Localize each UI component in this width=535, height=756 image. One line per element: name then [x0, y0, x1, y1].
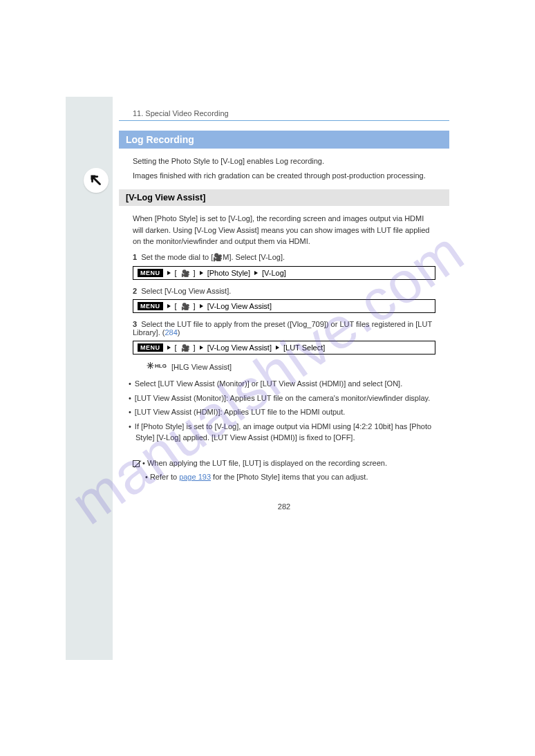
hlg-burst-icon: HLG: [147, 361, 167, 370]
menu-path-1: MENU [🎥] [Photo Style] [V-Log]: [133, 266, 435, 280]
video-icon: 🎥: [181, 303, 189, 310]
note-1-text: When applying the LUT file, [LUT] is dis…: [147, 459, 387, 467]
menu1-seg1: ]: [194, 269, 196, 277]
menu1-seg3: [V-Log]: [262, 269, 286, 277]
step-1-text-a: Set the mode dial to [: [141, 253, 213, 261]
menu-path-3: MENU [🎥] [V-Log View Assist] [LUT Select…: [133, 341, 435, 355]
note-icon: [133, 460, 140, 467]
menu3-seg2: [V-Log View Assist]: [207, 343, 272, 352]
arrow-icon: [200, 346, 203, 350]
menu3-seg1: ]: [194, 343, 196, 352]
menu2-seg1: ]: [194, 302, 196, 310]
arrow-icon: [200, 271, 203, 275]
sub-title: [V-Log View Assist]: [119, 189, 449, 206]
menu-badge-icon: MENU: [138, 343, 163, 352]
arrow-icon: [254, 271, 258, 275]
step-1: 1 Set the mode dial to [🎥M]. Select [V-L…: [119, 253, 449, 263]
note-1: • When applying the LUT file, [LUT] is d…: [119, 457, 449, 469]
note-2-text-a: Refer to: [150, 473, 177, 481]
back-button[interactable]: [84, 168, 109, 193]
note-2: • Refer to page 193 for the [Photo Style…: [119, 471, 449, 483]
page-number: 282: [119, 502, 449, 511]
note-2-text-b: for the [Photo Style] items that you can…: [213, 473, 368, 481]
menu3-seg3: [LUT Select]: [283, 343, 325, 352]
step-2: 2 Select [V-Log View Assist].: [119, 287, 449, 295]
step-3: 3 Select the LUT file to apply from the …: [119, 320, 449, 337]
breadcrumb: 11. Special Video Recording: [119, 109, 449, 117]
page-link-284[interactable]: 284: [165, 328, 177, 337]
arrow-icon: [167, 304, 171, 308]
page-link-193[interactable]: page 193: [179, 473, 211, 481]
hlg-label: [HLG View Assist]: [171, 363, 232, 371]
menu2-seg0: [: [175, 302, 177, 310]
sub-p1: When [Photo Style] is set to [V-Log], th…: [119, 213, 449, 247]
arrow-icon: [200, 304, 203, 308]
page-content: 11. Special Video Recording Log Recordin…: [119, 97, 449, 511]
step-2-text: Select [V-Log View Assist].: [141, 287, 231, 295]
step-3-text-b: ): [178, 328, 180, 337]
menu2-seg2: [V-Log View Assist]: [207, 302, 272, 310]
bullet-3: [LUT View Assist (HDMI)]: Applies LUT fi…: [119, 406, 449, 418]
back-arrow-icon: [88, 173, 104, 188]
menu1-seg2: [Photo Style]: [207, 269, 250, 277]
menu-badge-icon: MENU: [138, 302, 163, 310]
step-1-text-b: ]. Select [V-Log].: [229, 253, 285, 261]
bullet-2: [LUT View Assist (Monitor)]: Applies LUT…: [119, 393, 449, 404]
menu-badge-icon: MENU: [138, 269, 163, 277]
intro-p2: Images finished with rich gradation can …: [119, 170, 449, 182]
bullet-4: If [Photo Style] is set to [V-Log], an i…: [119, 421, 449, 444]
arrow-icon: [167, 271, 171, 275]
arrow-icon: [276, 346, 279, 350]
hlg-row: HLG [HLG View Assist]: [119, 361, 449, 371]
video-icon: 🎥: [181, 344, 189, 352]
bullet-1: Select [LUT View Assist (Monitor)] or [L…: [119, 378, 449, 390]
menu3-seg0: [: [175, 343, 177, 352]
menu-path-2: MENU [🎥] [V-Log View Assist]: [133, 299, 435, 313]
intro-p1: Setting the Photo Style to [V-Log] enabl…: [119, 155, 449, 167]
section-title: Log Recording: [119, 131, 449, 149]
video-icon: 🎥: [181, 270, 189, 277]
movie-mode-m-icon: 🎥M: [213, 253, 229, 262]
divider: [119, 120, 449, 121]
arrow-icon: [167, 346, 171, 350]
menu1-seg0: [: [175, 269, 177, 277]
